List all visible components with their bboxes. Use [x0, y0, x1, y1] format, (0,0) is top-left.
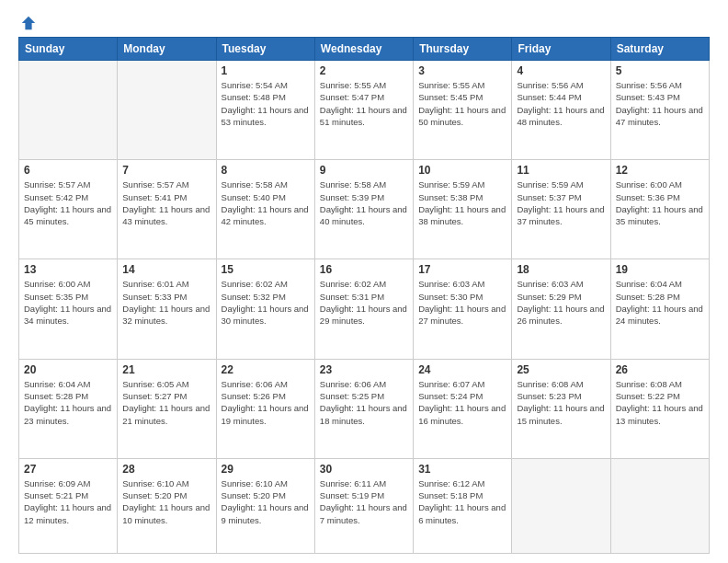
day-number: 22 [222, 363, 310, 376]
day-number: 12 [616, 164, 704, 177]
calendar-cell [118, 61, 216, 160]
day-info: Sunrise: 6:04 AMSunset: 5:28 PMDaylight:… [616, 278, 704, 327]
week-row-2: 6Sunrise: 5:57 AMSunset: 5:42 PMDaylight… [19, 160, 710, 259]
page: SundayMondayTuesdayWednesdayThursdayFrid… [0, 0, 728, 563]
day-number: 9 [320, 164, 408, 177]
day-number: 18 [517, 263, 605, 276]
header [18, 15, 710, 28]
week-row-1: 1Sunrise: 5:54 AMSunset: 5:48 PMDaylight… [19, 61, 710, 160]
logo-icon [20, 15, 37, 31]
day-info: Sunrise: 6:11 AMSunset: 5:19 PMDaylight:… [320, 477, 408, 526]
day-info: Sunrise: 5:59 AMSunset: 5:38 PMDaylight:… [418, 178, 506, 227]
day-number: 14 [122, 263, 210, 276]
calendar-cell: 7Sunrise: 5:57 AMSunset: 5:41 PMDaylight… [118, 160, 216, 259]
calendar-cell: 13Sunrise: 6:00 AMSunset: 5:35 PMDayligh… [19, 259, 118, 359]
day-number: 15 [222, 263, 310, 276]
calendar-cell: 4Sunrise: 5:56 AMSunset: 5:44 PMDaylight… [512, 61, 610, 160]
day-number: 27 [24, 463, 112, 476]
day-info: Sunrise: 6:09 AMSunset: 5:21 PMDaylight:… [24, 477, 112, 526]
day-info: Sunrise: 6:06 AMSunset: 5:26 PMDaylight:… [222, 378, 310, 427]
day-number: 13 [24, 263, 112, 276]
week-row-5: 27Sunrise: 6:09 AMSunset: 5:21 PMDayligh… [19, 458, 710, 553]
day-info: Sunrise: 5:55 AMSunset: 5:47 PMDaylight:… [320, 79, 408, 128]
header-row: SundayMondayTuesdayWednesdayThursdayFrid… [19, 38, 710, 61]
calendar-cell: 18Sunrise: 6:03 AMSunset: 5:29 PMDayligh… [512, 259, 610, 359]
day-info: Sunrise: 5:55 AMSunset: 5:45 PMDaylight:… [418, 79, 506, 128]
calendar-cell: 12Sunrise: 6:00 AMSunset: 5:36 PMDayligh… [610, 160, 709, 259]
calendar-cell: 31Sunrise: 6:12 AMSunset: 5:18 PMDayligh… [414, 458, 512, 553]
calendar-cell: 11Sunrise: 5:59 AMSunset: 5:37 PMDayligh… [512, 160, 610, 259]
day-number: 1 [222, 64, 310, 77]
day-number: 19 [616, 263, 704, 276]
day-info: Sunrise: 5:56 AMSunset: 5:43 PMDaylight:… [616, 79, 704, 128]
calendar-cell: 25Sunrise: 6:08 AMSunset: 5:23 PMDayligh… [512, 359, 610, 458]
calendar-cell [512, 458, 610, 553]
day-number: 25 [517, 363, 605, 376]
day-info: Sunrise: 6:12 AMSunset: 5:18 PMDaylight:… [418, 477, 506, 526]
calendar-cell: 10Sunrise: 5:59 AMSunset: 5:38 PMDayligh… [414, 160, 512, 259]
calendar-cell: 1Sunrise: 5:54 AMSunset: 5:48 PMDaylight… [216, 61, 314, 160]
week-row-4: 20Sunrise: 6:04 AMSunset: 5:28 PMDayligh… [19, 359, 710, 458]
day-header-monday: Monday [118, 38, 216, 61]
day-number: 30 [320, 463, 408, 476]
calendar-cell: 27Sunrise: 6:09 AMSunset: 5:21 PMDayligh… [19, 458, 118, 553]
day-header-saturday: Saturday [610, 38, 709, 61]
day-info: Sunrise: 6:05 AMSunset: 5:27 PMDaylight:… [122, 378, 210, 427]
day-number: 8 [222, 164, 310, 177]
day-number: 2 [320, 64, 408, 77]
logo [18, 15, 37, 28]
calendar-cell: 22Sunrise: 6:06 AMSunset: 5:26 PMDayligh… [216, 359, 314, 458]
day-info: Sunrise: 6:03 AMSunset: 5:30 PMDaylight:… [418, 278, 506, 327]
calendar-cell: 6Sunrise: 5:57 AMSunset: 5:42 PMDaylight… [19, 160, 118, 259]
day-number: 20 [24, 363, 112, 376]
day-header-wednesday: Wednesday [314, 38, 413, 61]
calendar-cell: 5Sunrise: 5:56 AMSunset: 5:43 PMDaylight… [610, 61, 709, 160]
day-info: Sunrise: 5:56 AMSunset: 5:44 PMDaylight:… [517, 79, 605, 128]
day-info: Sunrise: 6:08 AMSunset: 5:22 PMDaylight:… [616, 378, 704, 427]
day-info: Sunrise: 5:58 AMSunset: 5:39 PMDaylight:… [320, 178, 408, 227]
day-number: 21 [122, 363, 210, 376]
day-number: 29 [222, 463, 310, 476]
day-info: Sunrise: 6:02 AMSunset: 5:31 PMDaylight:… [320, 278, 408, 327]
logo-text [18, 15, 37, 31]
day-number: 17 [418, 263, 506, 276]
calendar-cell: 19Sunrise: 6:04 AMSunset: 5:28 PMDayligh… [610, 259, 709, 359]
day-number: 16 [320, 263, 408, 276]
calendar-cell: 15Sunrise: 6:02 AMSunset: 5:32 PMDayligh… [216, 259, 314, 359]
day-info: Sunrise: 6:04 AMSunset: 5:28 PMDaylight:… [24, 378, 112, 427]
calendar-cell: 28Sunrise: 6:10 AMSunset: 5:20 PMDayligh… [118, 458, 216, 553]
day-number: 4 [517, 64, 605, 77]
day-info: Sunrise: 5:54 AMSunset: 5:48 PMDaylight:… [222, 79, 310, 128]
day-header-tuesday: Tuesday [216, 38, 314, 61]
day-info: Sunrise: 5:59 AMSunset: 5:37 PMDaylight:… [517, 178, 605, 227]
day-number: 24 [418, 363, 506, 376]
day-info: Sunrise: 6:01 AMSunset: 5:33 PMDaylight:… [122, 278, 210, 327]
day-info: Sunrise: 6:00 AMSunset: 5:35 PMDaylight:… [24, 278, 112, 327]
week-row-3: 13Sunrise: 6:00 AMSunset: 5:35 PMDayligh… [19, 259, 710, 359]
day-info: Sunrise: 5:58 AMSunset: 5:40 PMDaylight:… [222, 178, 310, 227]
day-info: Sunrise: 6:10 AMSunset: 5:20 PMDaylight:… [222, 477, 310, 526]
day-info: Sunrise: 6:10 AMSunset: 5:20 PMDaylight:… [122, 477, 210, 526]
day-number: 11 [517, 164, 605, 177]
day-info: Sunrise: 6:03 AMSunset: 5:29 PMDaylight:… [517, 278, 605, 327]
calendar-cell: 21Sunrise: 6:05 AMSunset: 5:27 PMDayligh… [118, 359, 216, 458]
calendar-cell: 14Sunrise: 6:01 AMSunset: 5:33 PMDayligh… [118, 259, 216, 359]
day-number: 3 [418, 64, 506, 77]
day-number: 6 [24, 164, 112, 177]
calendar-cell: 3Sunrise: 5:55 AMSunset: 5:45 PMDaylight… [414, 61, 512, 160]
day-info: Sunrise: 6:08 AMSunset: 5:23 PMDaylight:… [517, 378, 605, 427]
calendar-cell: 20Sunrise: 6:04 AMSunset: 5:28 PMDayligh… [19, 359, 118, 458]
day-number: 5 [616, 64, 704, 77]
day-header-sunday: Sunday [19, 38, 118, 61]
calendar-cell: 8Sunrise: 5:58 AMSunset: 5:40 PMDaylight… [216, 160, 314, 259]
day-info: Sunrise: 6:00 AMSunset: 5:36 PMDaylight:… [616, 178, 704, 227]
day-number: 23 [320, 363, 408, 376]
calendar-table: SundayMondayTuesdayWednesdayThursdayFrid… [18, 37, 710, 554]
calendar-cell: 29Sunrise: 6:10 AMSunset: 5:20 PMDayligh… [216, 458, 314, 553]
calendar-cell: 2Sunrise: 5:55 AMSunset: 5:47 PMDaylight… [314, 61, 413, 160]
day-header-friday: Friday [512, 38, 610, 61]
day-number: 10 [418, 164, 506, 177]
day-number: 28 [122, 463, 210, 476]
day-info: Sunrise: 5:57 AMSunset: 5:42 PMDaylight:… [24, 178, 112, 227]
day-number: 7 [122, 164, 210, 177]
